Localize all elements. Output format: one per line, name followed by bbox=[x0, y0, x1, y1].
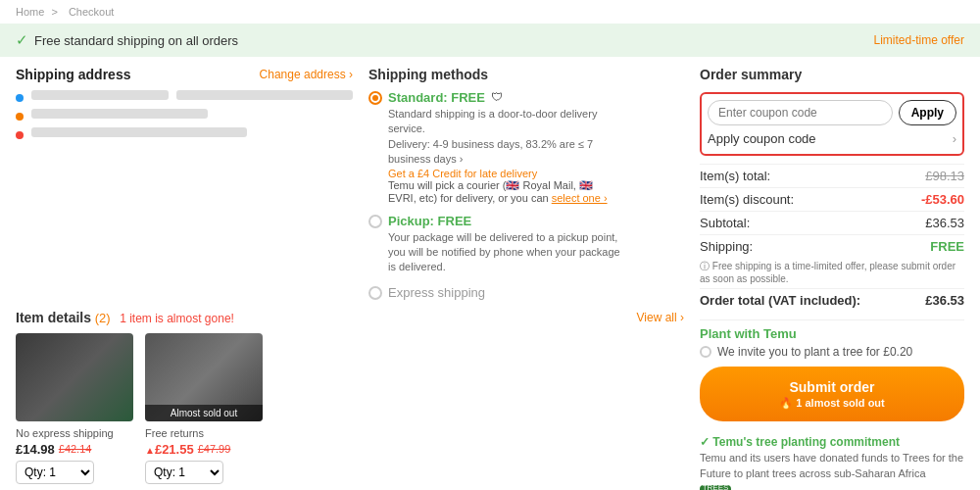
item-old-price-2: £47.99 bbox=[198, 443, 231, 455]
item-card-1: No express shipping £14.98 £42.14 Qty: 1… bbox=[16, 333, 133, 484]
address-text-4 bbox=[31, 127, 247, 137]
method-courier-text: Temu will pick a courier (🇬🇧 Royal Mail,… bbox=[388, 179, 623, 204]
check-icon: ✓ bbox=[16, 31, 28, 49]
item-price-1: £14.98 bbox=[16, 442, 55, 457]
radio-pickup[interactable] bbox=[368, 215, 382, 228]
method-express-header: Express shipping bbox=[368, 285, 623, 300]
items-total-value: £98.13 bbox=[925, 169, 964, 183]
order-total-value: £36.53 bbox=[925, 293, 964, 308]
shipping-note: ⓘ Free shipping is a time-limited offer,… bbox=[700, 260, 964, 284]
items-total-row: Item(s) total: £98.13 bbox=[700, 164, 964, 187]
item-qty-select-1[interactable]: Qty: 1 Qty: 2 Qty: 3 bbox=[16, 461, 94, 484]
shipping-value: FREE bbox=[930, 239, 964, 254]
almost-gone-label: 1 item is almost gone! bbox=[120, 312, 234, 325]
address-text-1 bbox=[31, 90, 169, 100]
method-standard-name: Standard: FREE bbox=[388, 90, 485, 105]
address-line-3 bbox=[16, 127, 353, 142]
breadcrumb: Home > Checkout bbox=[0, 0, 980, 24]
change-address-link[interactable]: Change address › bbox=[260, 68, 353, 81]
limited-offer-label: Limited-time offer bbox=[874, 33, 964, 47]
address-line-2 bbox=[16, 109, 353, 123]
breadcrumb-separator: > bbox=[51, 6, 57, 18]
method-pickup-name: Pickup: FREE bbox=[388, 214, 471, 228]
select-courier-link[interactable]: select one › bbox=[552, 192, 608, 204]
tree-commitment-desc: Temu and its users have donated funds to… bbox=[700, 451, 964, 481]
banner-text: Free standard shipping on all orders bbox=[34, 33, 238, 48]
order-total-label: Order total (VAT included): bbox=[700, 293, 860, 308]
method-pickup-header: Pickup: FREE bbox=[368, 214, 623, 228]
item-qty-select-2[interactable]: Qty: 1 Qty: 2 Qty: 3 bbox=[145, 461, 223, 484]
tree-badge: TREESFOR THEFUTURE bbox=[700, 485, 964, 490]
method-express-name: Express shipping bbox=[388, 285, 485, 300]
method-standard-header: Standard: FREE 🛡 bbox=[368, 90, 623, 105]
breadcrumb-home[interactable]: Home bbox=[16, 6, 44, 18]
plant-radio[interactable] bbox=[700, 346, 711, 358]
shipping-methods-block: Shipping methods Standard: FREE 🛡 Standa… bbox=[368, 67, 623, 310]
shipping-address-block: Shipping address Change address › bbox=[16, 67, 353, 296]
submit-order-button[interactable]: Submit order 🔥 1 almost sold out bbox=[700, 367, 964, 421]
left-section: Shipping address Change address › bbox=[16, 67, 684, 490]
items-total-label: Item(s) total: bbox=[700, 169, 770, 183]
dot-orange bbox=[16, 113, 24, 121]
address-text-3 bbox=[31, 109, 208, 119]
coupon-box: Apply Apply coupon code › bbox=[700, 92, 964, 156]
submit-label: Submit order bbox=[789, 379, 874, 395]
dot-red bbox=[16, 131, 24, 139]
shield-icon: 🛡 bbox=[491, 90, 503, 104]
shipping-banner: ✓ Free standard shipping on all orders L… bbox=[0, 24, 980, 57]
tree-commitment: ✓ Temu's tree planting commitment Temu a… bbox=[700, 435, 964, 490]
coupon-input[interactable] bbox=[708, 100, 893, 125]
radio-standard[interactable] bbox=[368, 91, 382, 105]
method-standard[interactable]: Standard: FREE 🛡 Standard shipping is a … bbox=[368, 90, 623, 204]
radio-express[interactable] bbox=[368, 286, 382, 300]
shipping-address-title: Shipping address bbox=[16, 67, 130, 82]
coupon-input-row: Apply bbox=[708, 100, 956, 125]
method-pickup[interactable]: Pickup: FREE Your package will be delive… bbox=[368, 214, 623, 275]
main-content: Shipping address Change address › bbox=[0, 67, 980, 490]
method-standard-desc: Standard shipping is a door-to-door deli… bbox=[388, 107, 623, 137]
method-standard-delivery: Delivery: 4-9 business days, 83.2% are ≤… bbox=[388, 137, 623, 168]
chevron-right-icon: › bbox=[953, 131, 956, 146]
method-pickup-desc: Your package will be delivered to a pick… bbox=[388, 230, 623, 275]
plant-section: Plant with Temu We invite you to plant a… bbox=[700, 319, 964, 359]
item-label-1: No express shipping bbox=[16, 427, 133, 439]
banner-left: ✓ Free standard shipping on all orders bbox=[16, 31, 238, 49]
shipping-row: Shipping: FREE bbox=[700, 234, 964, 258]
address-header: Shipping address Change address › bbox=[16, 67, 353, 82]
items-discount-label: Item(s) discount: bbox=[700, 192, 794, 207]
items-row: No express shipping £14.98 £42.14 Qty: 1… bbox=[16, 333, 684, 484]
item-price-2: ▲£21.55 bbox=[145, 442, 194, 457]
almost-sold-badge: Almost sold out bbox=[145, 405, 263, 421]
apply-coupon-label: Apply coupon code bbox=[708, 131, 816, 146]
subtotal-label: Subtotal: bbox=[700, 216, 750, 230]
tree-logo: TREESFOR THEFUTURE bbox=[700, 485, 731, 490]
plant-row: We invite you to plant a tree for £0.20 bbox=[700, 345, 964, 359]
item-card-2: Almost sold out Free returns ▲£21.55 £47… bbox=[145, 333, 263, 484]
item-count: (2) bbox=[95, 311, 111, 325]
item-details-header: Item details (2) 1 item is almost gone! … bbox=[16, 310, 684, 325]
shipping-label: Shipping: bbox=[700, 239, 753, 254]
right-section: Order summary Apply Apply coupon code › … bbox=[700, 67, 964, 490]
breadcrumb-current: Checkout bbox=[69, 6, 114, 18]
item-old-price-1: £42.14 bbox=[59, 443, 92, 455]
item-details-title-row: Item details (2) 1 item is almost gone! bbox=[16, 310, 234, 325]
dot-blue bbox=[16, 94, 24, 102]
subtotal-row: Subtotal: £36.53 bbox=[700, 211, 964, 234]
tree-commitment-title: ✓ Temu's tree planting commitment bbox=[700, 435, 964, 449]
item-label-2: Free returns bbox=[145, 427, 263, 439]
items-discount-row: Item(s) discount: -£53.60 bbox=[700, 187, 964, 211]
method-express[interactable]: Express shipping bbox=[368, 285, 623, 300]
item-price-row-1: £14.98 £42.14 bbox=[16, 442, 133, 457]
apply-button[interactable]: Apply bbox=[899, 100, 956, 125]
address-text-2 bbox=[176, 90, 353, 100]
item-img-inner-1 bbox=[16, 333, 133, 421]
method-standard-credit: Get a £4 Credit for late delivery bbox=[388, 168, 623, 179]
plant-desc: We invite you to plant a tree for £0.20 bbox=[717, 345, 912, 359]
submit-sub-label: 🔥 1 almost sold out bbox=[711, 396, 953, 410]
order-summary-title: Order summary bbox=[700, 67, 964, 82]
view-all-link[interactable]: View all › bbox=[637, 311, 684, 324]
item-image-2: Almost sold out bbox=[145, 333, 263, 421]
item-price-row-2: ▲£21.55 £47.99 bbox=[145, 442, 263, 457]
shipping-methods-title: Shipping methods bbox=[368, 67, 623, 82]
apply-coupon-row[interactable]: Apply coupon code › bbox=[708, 129, 956, 148]
